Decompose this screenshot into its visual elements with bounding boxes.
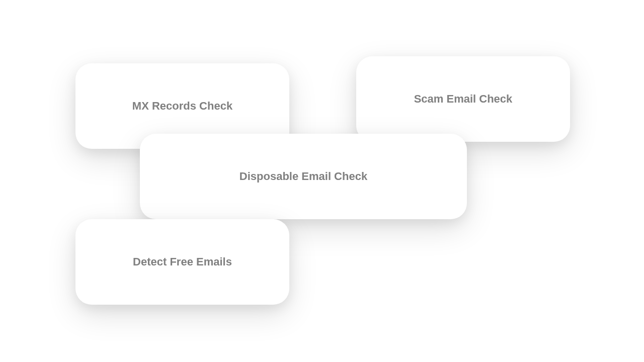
card-label: MX Records Check — [132, 100, 232, 113]
card-label: Scam Email Check — [414, 93, 513, 106]
card-disposable-email-check: Disposable Email Check — [140, 134, 467, 219]
card-detect-free-emails: Detect Free Emails — [75, 219, 289, 305]
card-label: Detect Free Emails — [133, 255, 232, 268]
card-scam-email-check: Scam Email Check — [356, 56, 570, 142]
card-label: Disposable Email Check — [239, 170, 367, 183]
